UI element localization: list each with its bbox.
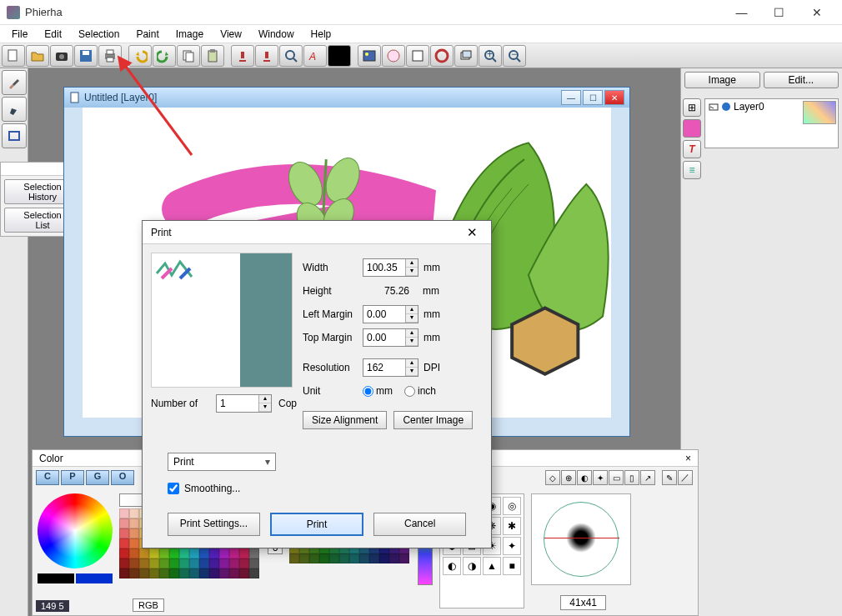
- new-button[interactable]: [2, 45, 25, 67]
- color-swatch-button[interactable]: [328, 45, 351, 67]
- camera-button[interactable]: [50, 45, 73, 67]
- copy-button[interactable]: [177, 45, 200, 67]
- menu-help[interactable]: Help: [303, 27, 340, 42]
- redo-button[interactable]: [153, 45, 176, 67]
- canvas-close[interactable]: ✕: [604, 90, 624, 105]
- color-wheel[interactable]: [38, 493, 113, 568]
- left-margin-input[interactable]: ▴▾: [363, 305, 418, 323]
- text-button[interactable]: A: [303, 45, 327, 67]
- menu-edit[interactable]: Edit: [36, 27, 70, 42]
- mt-6[interactable]: ▯: [624, 470, 639, 485]
- mt-brush2[interactable]: ／: [678, 470, 693, 485]
- cancel-button[interactable]: Cancel: [373, 513, 466, 536]
- mt-1[interactable]: ◇: [545, 470, 560, 485]
- top-margin-input[interactable]: ▴▾: [363, 328, 418, 347]
- size-alignment-button[interactable]: Size Alignment: [303, 411, 387, 429]
- zoomout-button[interactable]: −: [503, 45, 526, 67]
- stamp2-button[interactable]: [255, 45, 278, 67]
- menu-paint[interactable]: Paint: [128, 27, 167, 42]
- unit-inch-radio[interactable]: inch: [404, 385, 436, 397]
- mt-4[interactable]: ✦: [593, 470, 608, 485]
- pen-tool[interactable]: [2, 97, 27, 122]
- brush-shape[interactable]: ✱: [503, 517, 521, 535]
- brush-shape[interactable]: ◐: [443, 557, 461, 575]
- canvas-minimize[interactable]: —: [561, 90, 581, 105]
- undo-button[interactable]: [128, 45, 152, 67]
- brush-shape[interactable]: ✦: [503, 537, 521, 555]
- mt-7[interactable]: ↗: [640, 470, 655, 485]
- adjust3-button[interactable]: [406, 45, 429, 67]
- print-destination-select[interactable]: Print: [168, 453, 276, 471]
- rv-add[interactable]: ⊞: [683, 98, 701, 117]
- layer-row[interactable]: Layer0: [705, 99, 801, 114]
- center-image-button[interactable]: Center Image: [393, 411, 473, 429]
- save-button[interactable]: [74, 45, 98, 67]
- layer-thumbnail[interactable]: [803, 101, 836, 124]
- svg-rect-11: [210, 49, 215, 53]
- svg-rect-21: [463, 51, 471, 58]
- rect-tool[interactable]: [2, 123, 27, 148]
- bg-swatch[interactable]: [76, 573, 113, 583]
- menu-image[interactable]: Image: [168, 27, 212, 42]
- brush-shape[interactable]: ◑: [463, 557, 481, 575]
- brush-shape[interactable]: ◎: [503, 497, 521, 515]
- minimize-button[interactable]: —: [723, 1, 760, 24]
- colortab-o[interactable]: O: [111, 470, 134, 485]
- smoothing-checkbox[interactable]: [168, 483, 179, 494]
- brush-size-display[interactable]: 41x41: [560, 595, 606, 610]
- paste-button[interactable]: [201, 45, 224, 67]
- resolution-input[interactable]: ▴▾: [363, 358, 418, 377]
- brush-shape[interactable]: ▲: [483, 557, 501, 575]
- unit-mm-radio[interactable]: mm: [363, 385, 393, 397]
- edit-tab[interactable]: Edit...: [764, 72, 839, 88]
- brush-tool[interactable]: [2, 70, 27, 95]
- print-settings-button[interactable]: Print Settings...: [168, 513, 260, 536]
- t-icon: T: [689, 143, 694, 155]
- mt-5[interactable]: ▭: [609, 470, 624, 485]
- colortab-g[interactable]: G: [86, 470, 109, 485]
- print-button[interactable]: Print: [270, 513, 364, 536]
- width-input[interactable]: ▴▾: [363, 258, 418, 277]
- menu-view[interactable]: View: [212, 27, 250, 42]
- menu-window[interactable]: Window: [250, 27, 303, 42]
- brush-shape[interactable]: ■: [503, 557, 521, 575]
- rv-align[interactable]: ≡: [683, 161, 701, 179]
- print-dialog-close[interactable]: ✕: [462, 225, 483, 240]
- zoom-button[interactable]: [279, 45, 303, 67]
- menu-file[interactable]: File: [3, 27, 36, 42]
- text-icon: A: [308, 48, 323, 63]
- zoom-out-icon: −: [507, 48, 522, 63]
- svg-rect-29: [71, 93, 78, 103]
- adjust1-button[interactable]: [358, 45, 381, 67]
- menu-selection[interactable]: Selection: [70, 27, 128, 42]
- close-button[interactable]: ✕: [798, 1, 835, 24]
- visibility-icon[interactable]: [709, 102, 719, 112]
- width-down[interactable]: ▾: [406, 268, 418, 276]
- adjust2-button[interactable]: [382, 45, 405, 67]
- rv-text[interactable]: T: [683, 140, 701, 158]
- mt-3[interactable]: ◐: [577, 470, 592, 485]
- top-unit: mm: [418, 332, 444, 343]
- rv-fill[interactable]: [683, 119, 701, 138]
- stamp1-button[interactable]: [231, 45, 254, 67]
- fg-swatch[interactable]: [38, 573, 74, 583]
- image-tab[interactable]: Image: [684, 72, 760, 88]
- copies-input[interactable]: ▴▾: [216, 394, 272, 413]
- stamp-icon: [235, 48, 250, 63]
- zoomin-button[interactable]: +: [479, 45, 502, 67]
- canvas-titlebar[interactable]: Untitled [Layer0] — ☐ ✕: [64, 88, 629, 108]
- adjust5-button[interactable]: [454, 45, 478, 67]
- color-panel-close[interactable]: ×: [685, 453, 691, 464]
- open-button[interactable]: [26, 45, 49, 67]
- mt-2[interactable]: ⊕: [561, 470, 576, 485]
- print-button[interactable]: [98, 45, 122, 67]
- print-preview: [151, 253, 293, 388]
- canvas-maximize[interactable]: ☐: [583, 90, 603, 105]
- rgb-mode[interactable]: RGB: [133, 598, 164, 612]
- mt-brush[interactable]: ✎: [662, 470, 677, 485]
- colortab-c[interactable]: C: [36, 470, 59, 485]
- maximize-button[interactable]: ☐: [760, 1, 798, 24]
- res-unit: DPI: [418, 362, 444, 373]
- adjust4-button[interactable]: [430, 45, 454, 67]
- colortab-p[interactable]: P: [61, 470, 84, 485]
